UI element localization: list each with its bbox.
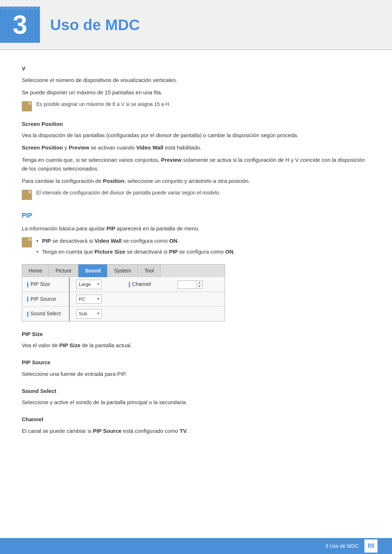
screen-position-para1: Vea la disposición de las pantallas (con… (22, 131, 370, 140)
section-v-para1: Seleccione el número de dispositivos de … (22, 76, 370, 85)
sound-select-empty2 (171, 307, 225, 321)
pip-source-value-cell: PC (69, 292, 124, 307)
pip-bold1: PIP (106, 225, 115, 231)
tab-home[interactable]: Home (22, 264, 49, 277)
screen-position-para4: Para cambiar la configuración de Positio… (22, 177, 370, 185)
pip-source-select[interactable]: PC (76, 295, 102, 304)
channel-section-label: Channel (22, 415, 370, 424)
note-box-1: Es posible asignar un máximo de 6 a V si… (22, 100, 370, 111)
sound-select-section-label: Sound Select (22, 387, 370, 395)
channel-bold1: PIP Source (93, 428, 122, 434)
pip-para1: La información básica para ajustar PIP a… (22, 224, 370, 233)
tab-sound[interactable]: Sound (78, 264, 108, 277)
section-v-para2: Se puede disponer un máximo de 15 pantal… (22, 88, 370, 97)
sound-select-para: Seleccione y active el sonido de la pant… (22, 398, 370, 407)
pip-settings-table: PIP Size Large Channel (22, 277, 225, 321)
channel-para: El canal se puede cambiar si PIP Source … (22, 427, 370, 435)
cell-bar-ch (129, 282, 130, 287)
pip-b3: ON (169, 238, 177, 244)
tab-tool[interactable]: Tool (138, 264, 161, 277)
sp-bold2: Preview (69, 144, 89, 151)
chapter-title: Uso de MDC (50, 13, 140, 36)
pip-bullet-list: PIP se desactivará si Video Wall se conf… (36, 237, 235, 258)
note-icon-1 (22, 101, 32, 111)
pip-source-empty2 (171, 292, 225, 307)
table-row-pip-size: PIP Size Large Channel (22, 277, 225, 292)
pip-b5: PIP (169, 249, 177, 255)
note-text-1: Es posible asignar un máximo de 6 a V si… (36, 100, 171, 108)
cell-bar (27, 282, 28, 287)
note-icon-2 (22, 190, 32, 200)
pip-channel-value-cell: ▲ ▼ (171, 277, 225, 292)
page-container: 3 Uso de MDC V Seleccione el número de d… (0, 0, 392, 554)
chapter-header: 3 Uso de MDC (0, 0, 392, 50)
sp-bold3: Video Wall (136, 144, 163, 151)
tab-system[interactable]: System (107, 264, 138, 277)
section-v-label: V (22, 65, 370, 73)
note-box-2: El intervalo de configuración del diviso… (22, 189, 370, 200)
ui-table-container: Home Picture Sound System Tool PIP Size … (22, 264, 225, 321)
channel-bold2: TV (180, 428, 187, 434)
pip-bullet-2: Tenga en cuenta que Picture Size se desa… (36, 247, 235, 256)
pip-b2: Video Wall (94, 238, 122, 244)
cell-bar-src (27, 297, 28, 302)
screen-position-para3: Tenga en cuenta que, si se seleccionan v… (22, 156, 370, 173)
spinner-input (178, 284, 196, 286)
main-content: V Seleccione el número de dispositivos d… (0, 65, 392, 468)
pip-source-label-cell: PIP Source (22, 292, 69, 307)
pip-size-bold: PIP Size (59, 342, 80, 348)
footer-page-number: 89 (364, 539, 377, 553)
sound-select-select[interactable]: Sub (76, 309, 102, 319)
section-pip: PIP La información básica para ajustar P… (22, 211, 370, 435)
screen-position-para2: Screen Position y Preview se activan cua… (22, 143, 370, 152)
screen-position-label: Screen Position (22, 120, 370, 128)
spinner-up[interactable]: ▲ (197, 281, 203, 285)
footer-text: 3 Uso de MDC (325, 542, 359, 550)
table-row-pip-source: PIP Source PC (22, 292, 225, 307)
sp-bold4: Preview (161, 157, 182, 163)
chapter-number: 3 (0, 7, 40, 43)
pip-b4: Picture Size (94, 249, 125, 255)
pip-label: PIP (22, 211, 370, 221)
sound-select-empty1 (124, 307, 171, 321)
chapter-number-text: 3 (13, 5, 27, 44)
pip-size-value-cell: Large (69, 277, 124, 292)
cell-bar-snd (27, 312, 28, 317)
spinner-arrows: ▲ ▼ (196, 281, 203, 288)
pip-b6: ON (225, 249, 234, 255)
pip-size-section-label: PIP Size (22, 330, 370, 338)
spinner-down[interactable]: ▼ (197, 285, 203, 288)
pip-b1: PIP (42, 238, 51, 244)
pip-bullets-section: PIP se desactivará si Video Wall se conf… (22, 237, 370, 258)
pip-source-empty1 (124, 292, 171, 307)
tab-picture[interactable]: Picture (49, 264, 78, 277)
page-footer: 3 Uso de MDC 89 (0, 538, 392, 554)
note-icon-3 (22, 237, 32, 247)
pip-source-para: Seleccione una fuente de entrada para PI… (22, 370, 370, 378)
sp-bold1: Screen Position (22, 144, 63, 151)
pip-source-section-label: PIP Source (22, 358, 370, 367)
section-v: V Seleccione el número de dispositivos d… (22, 65, 370, 111)
pip-channel-label-cell: Channel (124, 277, 171, 292)
pip-size-label-cell: PIP Size (22, 277, 69, 292)
section-screen-position: Screen Position Vea la disposición de la… (22, 120, 370, 200)
table-row-sound-select: Sound Select Sub (22, 307, 225, 321)
sound-select-value-cell: Sub (69, 307, 124, 321)
sound-select-label-cell: Sound Select (22, 307, 69, 321)
channel-spinner[interactable]: ▲ ▼ (177, 280, 203, 289)
pip-size-select[interactable]: Large (76, 280, 102, 289)
pip-size-para: Vea el valor de PIP Size de la pantalla … (22, 341, 370, 350)
sp-bold5: Position (103, 178, 124, 184)
note-text-2: El intervalo de configuración del diviso… (36, 189, 220, 197)
ui-table-tabs: Home Picture Sound System Tool (22, 264, 225, 277)
pip-bullet-1: PIP se desactivará si Video Wall se conf… (36, 237, 235, 245)
